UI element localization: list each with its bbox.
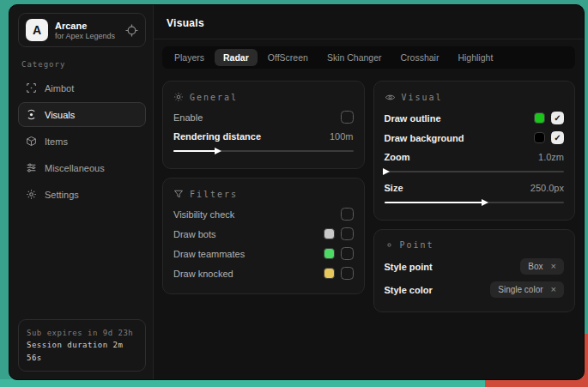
enable-row: Enable bbox=[173, 107, 354, 127]
draw-teammates-checkbox[interactable] bbox=[341, 247, 354, 260]
sidebar-category-label: Category bbox=[21, 60, 142, 69]
app-window: A Arcane for Apex Legends Category Aimbo… bbox=[9, 4, 585, 380]
draw-knocked-checkbox[interactable] bbox=[341, 267, 354, 280]
style-point-row: Style point Box × bbox=[385, 255, 565, 278]
gear-icon bbox=[26, 189, 37, 200]
zoom-value: 1.0zm bbox=[538, 152, 564, 162]
visibility-check-checkbox[interactable] bbox=[341, 208, 354, 221]
slider-thumb[interactable] bbox=[215, 148, 221, 154]
enable-label: Enable bbox=[173, 112, 203, 123]
rendering-distance-slider[interactable] bbox=[173, 147, 354, 155]
draw-teammates-controls bbox=[324, 247, 354, 260]
draw-background-color-swatch[interactable] bbox=[534, 132, 545, 143]
filters-section-title: Filters bbox=[190, 190, 238, 199]
eye-scan-icon bbox=[26, 109, 37, 120]
crosshair-brackets-icon bbox=[26, 82, 37, 94]
zoom-label: Zoom bbox=[385, 152, 410, 162]
draw-bots-color-swatch[interactable] bbox=[324, 228, 335, 239]
session-info-card: Sub expires in 9d 23h Session duration 2… bbox=[18, 319, 146, 372]
draw-knocked-label: Draw knocked bbox=[173, 269, 233, 279]
general-card: General Enable Rendering distance 100m bbox=[162, 81, 365, 169]
draw-outline-controls: ✓ bbox=[534, 112, 564, 124]
desktop-background-teal-strip bbox=[0, 379, 485, 387]
tab-crosshair[interactable]: Crosshair bbox=[392, 49, 448, 66]
tab-skin-changer[interactable]: Skin Changer bbox=[318, 49, 391, 66]
funnel-icon bbox=[173, 189, 184, 199]
draw-teammates-label: Draw teammates bbox=[173, 249, 245, 259]
tab-highlight[interactable]: Highlight bbox=[449, 49, 501, 66]
tab-players[interactable]: Players bbox=[166, 49, 213, 66]
visibility-check-row: Visibility check bbox=[173, 204, 354, 224]
sidebar-item-items[interactable]: Items bbox=[18, 129, 146, 154]
general-section-header: General bbox=[173, 92, 354, 102]
draw-teammates-row: Draw teammates bbox=[173, 244, 354, 263]
sidebar-item-label: Visuals bbox=[45, 110, 75, 120]
point-section-title: Point bbox=[400, 240, 434, 250]
slider-thumb[interactable] bbox=[482, 199, 488, 206]
sidebar-item-visuals[interactable]: Visuals bbox=[18, 102, 146, 127]
app-header-card: A Arcane for Apex Legends bbox=[18, 13, 146, 47]
slider-fill bbox=[173, 150, 216, 152]
draw-outline-color-swatch[interactable] bbox=[534, 112, 545, 124]
zoom-row: Zoom 1.0zm bbox=[385, 148, 565, 166]
tab-offscreen[interactable]: OffScreen bbox=[259, 49, 317, 66]
draw-outline-checkbox[interactable]: ✓ bbox=[551, 112, 564, 124]
main-header: Visuals bbox=[154, 5, 584, 39]
right-column: Visual Draw outline ✓ Draw background bbox=[373, 81, 576, 312]
style-color-row: Style color Single color × bbox=[385, 278, 565, 301]
clear-icon[interactable]: × bbox=[551, 285, 556, 294]
size-label: Size bbox=[385, 183, 403, 193]
sidebar-item-settings[interactable]: Settings bbox=[18, 182, 146, 207]
style-point-label: Style point bbox=[385, 262, 433, 272]
draw-bots-row: Draw bots bbox=[173, 224, 354, 244]
style-point-select[interactable]: Box × bbox=[520, 258, 564, 275]
sidebar-item-aimbot[interactable]: Aimbot bbox=[18, 76, 146, 100]
sidebar-item-label: Aimbot bbox=[45, 83, 74, 94]
tab-bar: Players Radar OffScreen Skin Changer Cro… bbox=[162, 46, 575, 69]
size-slider[interactable] bbox=[385, 198, 565, 207]
gear-sun-icon bbox=[173, 92, 184, 102]
style-color-select[interactable]: Single color × bbox=[490, 281, 564, 298]
point-section-header: Point bbox=[385, 240, 565, 250]
zoom-slider[interactable] bbox=[385, 167, 565, 176]
page-title: Visuals bbox=[167, 17, 204, 29]
target-icon[interactable] bbox=[125, 24, 138, 37]
slider-fill bbox=[385, 202, 483, 203]
filters-section-header: Filters bbox=[173, 189, 354, 199]
sidebar-item-miscellaneous[interactable]: Miscellaneous bbox=[18, 155, 146, 180]
rendering-distance-row: Rendering distance 100m bbox=[173, 127, 354, 146]
style-color-label: Style color bbox=[385, 285, 433, 295]
visual-card: Visual Draw outline ✓ Draw background bbox=[373, 81, 576, 221]
left-column: General Enable Rendering distance 100m bbox=[162, 81, 365, 294]
draw-knocked-color-swatch[interactable] bbox=[324, 268, 335, 279]
draw-teammates-color-swatch[interactable] bbox=[324, 248, 335, 259]
app-logo: A bbox=[26, 19, 48, 41]
filters-card: Filters Visibility check Draw bots bbox=[162, 178, 365, 294]
sliders-icon bbox=[26, 162, 37, 173]
session-duration-text: Session duration 2m 56s bbox=[27, 339, 137, 364]
point-dot-icon bbox=[385, 240, 394, 250]
draw-background-row: Draw background ✓ bbox=[385, 128, 565, 148]
tab-radar[interactable]: Radar bbox=[215, 49, 258, 66]
clear-icon[interactable]: × bbox=[551, 262, 556, 271]
sidebar: A Arcane for Apex Legends Category Aimbo… bbox=[9, 5, 154, 379]
enable-checkbox[interactable] bbox=[341, 111, 354, 124]
app-titles: Arcane for Apex Legends bbox=[55, 21, 115, 40]
point-card: Point Style point Box × Style color Sing… bbox=[373, 229, 576, 312]
visual-section-title: Visual bbox=[402, 93, 443, 102]
draw-bots-label: Draw bots bbox=[173, 229, 216, 239]
main-panel: Visuals Players Radar OffScreen Skin Cha… bbox=[154, 5, 584, 379]
slider-thumb[interactable] bbox=[383, 168, 390, 175]
sidebar-item-label: Settings bbox=[45, 190, 79, 200]
visual-section-header: Visual bbox=[385, 92, 565, 103]
draw-outline-label: Draw outline bbox=[385, 113, 441, 124]
app-name: Arcane bbox=[55, 21, 115, 31]
rendering-distance-label: Rendering distance bbox=[173, 131, 261, 142]
draw-background-checkbox[interactable]: ✓ bbox=[551, 131, 564, 144]
draw-bots-checkbox[interactable] bbox=[341, 227, 354, 240]
general-section-title: General bbox=[190, 93, 238, 102]
draw-knocked-row: Draw knocked bbox=[173, 263, 354, 283]
draw-background-label: Draw background bbox=[385, 133, 464, 143]
slider-track bbox=[385, 171, 565, 172]
content-area: General Enable Rendering distance 100m bbox=[154, 69, 584, 324]
